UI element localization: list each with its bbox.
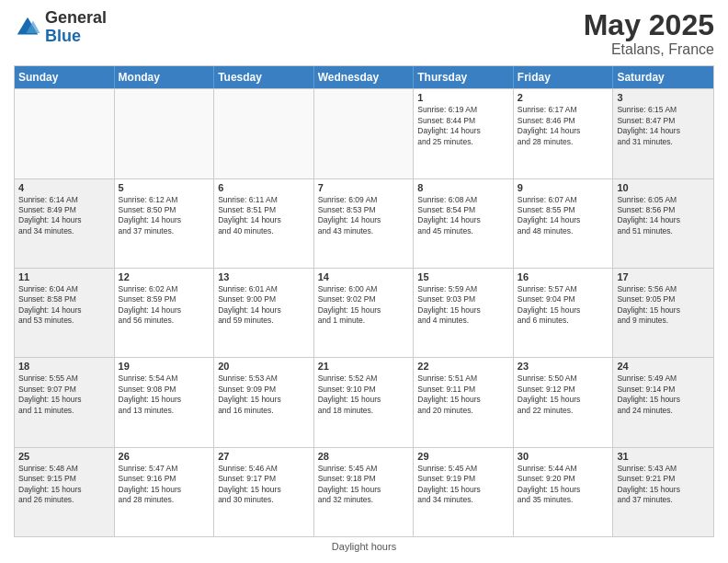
calendar-cell (15, 89, 115, 178)
cell-text: Sunrise: 5:52 AM Sunset: 9:10 PM Dayligh… (318, 373, 410, 416)
calendar-cell: 25Sunrise: 5:48 AM Sunset: 9:15 PM Dayli… (15, 448, 115, 536)
cell-text: Sunrise: 6:09 AM Sunset: 8:53 PM Dayligh… (318, 195, 410, 237)
day-number: 1 (417, 92, 509, 103)
cell-text: Sunrise: 6:04 AM Sunset: 8:58 PM Dayligh… (18, 284, 110, 327)
title-block: May 2025 Etalans, France (584, 9, 714, 58)
cell-text: Sunrise: 5:45 AM Sunset: 9:18 PM Dayligh… (318, 464, 410, 506)
day-number: 19 (119, 361, 210, 372)
cell-text: Sunrise: 5:53 AM Sunset: 9:09 PM Dayligh… (218, 373, 310, 416)
logo-text: General Blue (45, 9, 107, 46)
calendar: SundayMondayTuesdayWednesdayThursdayFrid… (14, 65, 714, 537)
calendar-cell: 7Sunrise: 6:09 AM Sunset: 8:53 PM Daylig… (314, 179, 415, 268)
cell-text: Sunrise: 5:50 AM Sunset: 9:12 PM Dayligh… (518, 373, 609, 416)
cell-text: Sunrise: 6:00 AM Sunset: 9:02 PM Dayligh… (318, 284, 410, 327)
calendar-row-0: 1Sunrise: 6:19 AM Sunset: 8:44 PM Daylig… (15, 88, 713, 178)
day-number: 18 (18, 361, 110, 372)
day-number: 4 (18, 182, 110, 193)
cell-text: Sunrise: 6:02 AM Sunset: 8:59 PM Dayligh… (119, 284, 210, 327)
day-number: 14 (318, 271, 410, 282)
calendar-body: 1Sunrise: 6:19 AM Sunset: 8:44 PM Daylig… (15, 88, 713, 536)
calendar-cell: 9Sunrise: 6:07 AM Sunset: 8:55 PM Daylig… (514, 179, 614, 268)
calendar-cell: 18Sunrise: 5:55 AM Sunset: 9:07 PM Dayli… (15, 358, 115, 446)
calendar-header-thursday: Thursday (414, 66, 514, 88)
calendar-cell: 23Sunrise: 5:50 AM Sunset: 9:12 PM Dayli… (514, 358, 614, 446)
logo-general-text: General (45, 9, 107, 28)
day-number: 27 (218, 451, 310, 462)
cell-text: Sunrise: 5:43 AM Sunset: 9:21 PM Dayligh… (617, 464, 710, 506)
calendar-cell: 13Sunrise: 6:01 AM Sunset: 9:00 PM Dayli… (214, 269, 314, 357)
calendar-header-wednesday: Wednesday (314, 66, 415, 88)
logo-blue-text: Blue (45, 28, 107, 46)
calendar-cell: 6Sunrise: 6:11 AM Sunset: 8:51 PM Daylig… (214, 179, 314, 268)
cell-text: Sunrise: 5:51 AM Sunset: 9:11 PM Dayligh… (417, 373, 509, 416)
subtitle: Etalans, France (584, 41, 714, 58)
calendar-cell (115, 89, 215, 178)
logo-icon (14, 14, 41, 41)
day-number: 23 (518, 361, 609, 372)
header: General Blue May 2025 Etalans, France (14, 9, 714, 58)
calendar-cell: 2Sunrise: 6:17 AM Sunset: 8:46 PM Daylig… (514, 89, 614, 178)
calendar-cell (214, 89, 314, 178)
cell-text: Sunrise: 5:49 AM Sunset: 9:14 PM Dayligh… (617, 373, 710, 416)
calendar-cell: 1Sunrise: 6:19 AM Sunset: 8:44 PM Daylig… (414, 89, 514, 178)
calendar-cell: 22Sunrise: 5:51 AM Sunset: 9:11 PM Dayli… (414, 358, 514, 446)
day-number: 20 (218, 361, 310, 372)
cell-text: Sunrise: 6:15 AM Sunset: 8:47 PM Dayligh… (617, 105, 710, 147)
calendar-header-monday: Monday (115, 66, 215, 88)
day-number: 30 (518, 451, 609, 462)
cell-text: Sunrise: 5:56 AM Sunset: 9:05 PM Dayligh… (617, 284, 710, 327)
calendar-row-2: 11Sunrise: 6:04 AM Sunset: 8:58 PM Dayli… (15, 268, 713, 357)
day-number: 24 (617, 361, 710, 372)
day-number: 11 (18, 271, 110, 282)
cell-text: Sunrise: 6:01 AM Sunset: 9:00 PM Dayligh… (218, 284, 310, 327)
day-number: 8 (417, 182, 509, 193)
cell-text: Sunrise: 5:59 AM Sunset: 9:03 PM Dayligh… (417, 284, 509, 327)
day-number: 15 (417, 271, 509, 282)
day-number: 22 (417, 361, 509, 372)
calendar-cell: 8Sunrise: 6:08 AM Sunset: 8:54 PM Daylig… (414, 179, 514, 268)
day-number: 28 (318, 451, 410, 462)
calendar-cell: 27Sunrise: 5:46 AM Sunset: 9:17 PM Dayli… (214, 448, 314, 536)
calendar-cell: 3Sunrise: 6:15 AM Sunset: 8:47 PM Daylig… (613, 89, 713, 178)
day-number: 5 (119, 182, 210, 193)
calendar-row-4: 25Sunrise: 5:48 AM Sunset: 9:15 PM Dayli… (15, 447, 713, 536)
cell-text: Sunrise: 5:55 AM Sunset: 9:07 PM Dayligh… (18, 373, 110, 416)
calendar-header-saturday: Saturday (613, 66, 713, 88)
footer-text: Daylight hours (332, 541, 396, 552)
calendar-cell: 14Sunrise: 6:00 AM Sunset: 9:02 PM Dayli… (314, 269, 415, 357)
cell-text: Sunrise: 6:19 AM Sunset: 8:44 PM Dayligh… (417, 105, 509, 147)
day-number: 17 (617, 271, 710, 282)
calendar-cell: 10Sunrise: 6:05 AM Sunset: 8:56 PM Dayli… (613, 179, 713, 268)
day-number: 13 (218, 271, 310, 282)
cell-text: Sunrise: 6:12 AM Sunset: 8:50 PM Dayligh… (119, 195, 210, 237)
calendar-row-1: 4Sunrise: 6:14 AM Sunset: 8:49 PM Daylig… (15, 178, 713, 268)
day-number: 9 (518, 182, 609, 193)
calendar-header-row: SundayMondayTuesdayWednesdayThursdayFrid… (15, 66, 713, 88)
day-number: 16 (518, 271, 609, 282)
cell-text: Sunrise: 5:57 AM Sunset: 9:04 PM Dayligh… (518, 284, 609, 327)
calendar-cell: 29Sunrise: 5:45 AM Sunset: 9:19 PM Dayli… (414, 448, 514, 536)
calendar-cell: 31Sunrise: 5:43 AM Sunset: 9:21 PM Dayli… (613, 448, 713, 536)
day-number: 7 (318, 182, 410, 193)
cell-text: Sunrise: 5:46 AM Sunset: 9:17 PM Dayligh… (218, 464, 310, 506)
day-number: 21 (318, 361, 410, 372)
calendar-cell: 19Sunrise: 5:54 AM Sunset: 9:08 PM Dayli… (115, 358, 215, 446)
day-number: 31 (617, 451, 710, 462)
footer-note: Daylight hours (14, 537, 714, 554)
cell-text: Sunrise: 6:17 AM Sunset: 8:46 PM Dayligh… (518, 105, 609, 147)
calendar-cell: 21Sunrise: 5:52 AM Sunset: 9:10 PM Dayli… (314, 358, 415, 446)
day-number: 6 (218, 182, 310, 193)
day-number: 2 (518, 92, 609, 103)
day-number: 25 (18, 451, 110, 462)
calendar-cell: 26Sunrise: 5:47 AM Sunset: 9:16 PM Dayli… (115, 448, 215, 536)
calendar-header-friday: Friday (514, 66, 614, 88)
cell-text: Sunrise: 5:44 AM Sunset: 9:20 PM Dayligh… (518, 464, 609, 506)
cell-text: Sunrise: 5:45 AM Sunset: 9:19 PM Dayligh… (417, 464, 509, 506)
calendar-cell: 17Sunrise: 5:56 AM Sunset: 9:05 PM Dayli… (613, 269, 713, 357)
cell-text: Sunrise: 5:47 AM Sunset: 9:16 PM Dayligh… (119, 464, 210, 506)
day-number: 26 (119, 451, 210, 462)
logo: General Blue (14, 9, 107, 46)
calendar-cell (314, 89, 415, 178)
calendar-header-tuesday: Tuesday (214, 66, 314, 88)
calendar-cell: 11Sunrise: 6:04 AM Sunset: 8:58 PM Dayli… (15, 269, 115, 357)
